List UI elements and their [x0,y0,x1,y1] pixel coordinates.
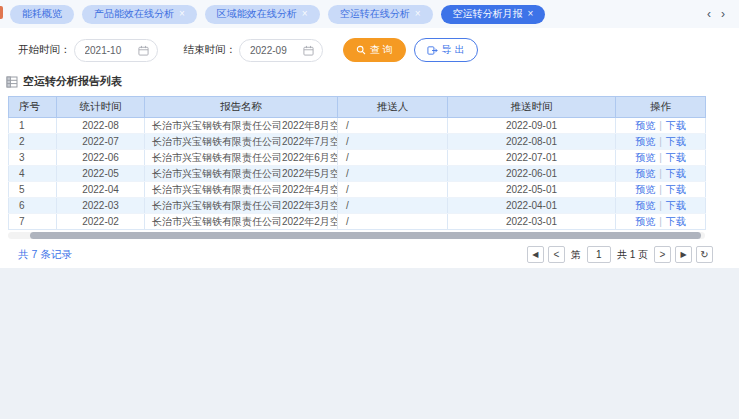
next-page-button[interactable]: > [654,246,671,263]
tab-label: 空运转分析月报 [453,7,523,21]
report-table: 序号 统计时间 报告名称 推送人 推送时间 操作 1 2022-08 长治市兴宝… [8,96,706,230]
cell-pusher: / [338,134,448,150]
end-date-input[interactable] [250,45,302,56]
filter-row: 开始时间： 结束时间： [0,37,739,63]
cell-index: 6 [9,198,57,214]
cell-pusher: / [338,198,448,214]
preview-link[interactable]: 预览 [635,184,655,195]
tab-label: 区域能效在线分析 [217,7,297,21]
table-row: 4 2022-05 长治市兴宝钢铁有限责任公司2022年5月空运转分析报告 / … [9,166,706,182]
preview-link[interactable]: 预览 [635,136,655,147]
edge-accent-mark [0,6,3,19]
cell-operation: 预览|下载 [616,182,706,198]
tab-bar: 能耗概览 产品能效在线分析 × 区域能效在线分析 × 空运转在线分析 × 空运转… [0,0,739,28]
close-icon[interactable]: × [302,9,308,19]
table-row: 3 2022-06 长治市兴宝钢铁有限责任公司2022年6月空运转分析报告 / … [9,150,706,166]
cell-push-time: 2022-04-01 [448,198,616,214]
list-title: 空运转分析报告列表 [23,74,122,89]
cell-stat-time: 2022-02 [57,214,145,230]
preview-link[interactable]: 预览 [635,152,655,163]
tab-idle-online-analysis[interactable]: 空运转在线分析 × [328,5,433,24]
page-number-input[interactable] [587,246,611,263]
cell-pusher: / [338,214,448,230]
list-title-row: 空运转分析报告列表 [0,63,739,96]
tab-region-efficiency[interactable]: 区域能效在线分析 × [205,5,320,24]
table-row: 2 2022-07 长治市兴宝钢铁有限责任公司2022年7月空运转分析报告 / … [9,134,706,150]
cell-operation: 预览|下载 [616,198,706,214]
end-time-label: 结束时间： [184,43,237,57]
cell-report-name: 长治市兴宝钢铁有限责任公司2022年5月空运转分析报告 [145,166,338,182]
pager: ◀ < 第 共 1 页 > ▶ ↻ [527,246,713,263]
table-row: 5 2022-04 长治市兴宝钢铁有限责任公司2022年4月空运转分析报告 / … [9,182,706,198]
tab-product-efficiency[interactable]: 产品能效在线分析 × [82,5,197,24]
op-divider: | [659,136,662,147]
op-divider: | [659,216,662,227]
query-button[interactable]: 查 询 [343,38,406,62]
cell-report-name: 长治市兴宝钢铁有限责任公司2022年8月空运转分析报告 [145,118,338,134]
download-link[interactable]: 下载 [666,152,686,163]
cell-stat-time: 2022-08 [57,118,145,134]
close-icon[interactable]: × [179,9,185,19]
table-header-row: 序号 统计时间 报告名称 推送人 推送时间 操作 [9,97,706,118]
cell-report-name: 长治市兴宝钢铁有限责任公司2022年7月空运转分析报告 [145,134,338,150]
start-date-input[interactable] [85,45,137,56]
header-pusher: 推送人 [338,97,448,118]
table-list-icon [6,76,18,88]
tab-idle-monthly-report[interactable]: 空运转分析月报 × [441,5,546,24]
preview-link[interactable]: 预览 [635,216,655,227]
preview-link[interactable]: 预览 [635,200,655,211]
prev-page-button[interactable]: < [548,246,565,263]
cell-push-time: 2022-05-01 [448,182,616,198]
export-button-label: 导 出 [442,43,465,57]
cell-report-name: 长治市兴宝钢铁有限责任公司2022年3月空运转分析报告 [145,198,338,214]
close-icon[interactable]: × [528,9,534,19]
calendar-icon [303,45,314,56]
cell-index: 3 [9,150,57,166]
tab-label: 能耗概览 [22,7,62,21]
cell-index: 7 [9,214,57,230]
cell-index: 1 [9,118,57,134]
cell-stat-time: 2022-06 [57,150,145,166]
download-link[interactable]: 下载 [666,200,686,211]
preview-link[interactable]: 预览 [635,168,655,179]
start-date-field[interactable] [74,39,158,62]
header-index: 序号 [9,97,57,118]
chevron-right-icon[interactable]: › [721,8,725,20]
cell-stat-time: 2022-05 [57,166,145,182]
start-time-label: 开始时间： [18,43,71,57]
export-button[interactable]: 导 出 [414,38,478,62]
cell-push-time: 2022-07-01 [448,150,616,166]
last-page-button[interactable]: ▶ [675,246,692,263]
download-link[interactable]: 下载 [666,120,686,131]
refresh-button[interactable]: ↻ [696,246,713,263]
table-row: 6 2022-03 长治市兴宝钢铁有限责任公司2022年3月空运转分析报告 / … [9,198,706,214]
cell-pusher: / [338,150,448,166]
table-row: 7 2022-02 长治市兴宝钢铁有限责任公司2022年2月空运转分析报告 / … [9,214,706,230]
header-operation: 操作 [616,97,706,118]
scrollbar-thumb[interactable] [30,232,701,239]
op-divider: | [659,168,662,179]
calendar-icon [138,45,149,56]
download-link[interactable]: 下载 [666,184,686,195]
close-icon[interactable]: × [415,9,421,19]
cell-push-time: 2022-09-01 [448,118,616,134]
download-link[interactable]: 下载 [666,216,686,227]
first-page-button[interactable]: ◀ [527,246,544,263]
end-date-field[interactable] [239,39,323,62]
header-push-time: 推送时间 [448,97,616,118]
tab-energy-overview[interactable]: 能耗概览 [10,5,74,24]
op-divider: | [659,200,662,211]
cell-pusher: / [338,182,448,198]
chevron-left-icon[interactable]: ‹ [707,8,711,20]
cell-report-name: 长治市兴宝钢铁有限责任公司2022年2月空运转分析报告 [145,214,338,230]
cell-pusher: / [338,118,448,134]
pagination-row: 共 7 条记录 ◀ < 第 共 1 页 > ▶ ↻ [0,239,739,263]
cell-operation: 预览|下载 [616,150,706,166]
cell-operation: 预览|下载 [616,214,706,230]
preview-link[interactable]: 预览 [635,120,655,131]
op-divider: | [659,120,662,131]
tab-label: 空运转在线分析 [340,7,410,21]
content-panel: 开始时间： 结束时间： [0,28,739,268]
download-link[interactable]: 下载 [666,136,686,147]
download-link[interactable]: 下载 [666,168,686,179]
